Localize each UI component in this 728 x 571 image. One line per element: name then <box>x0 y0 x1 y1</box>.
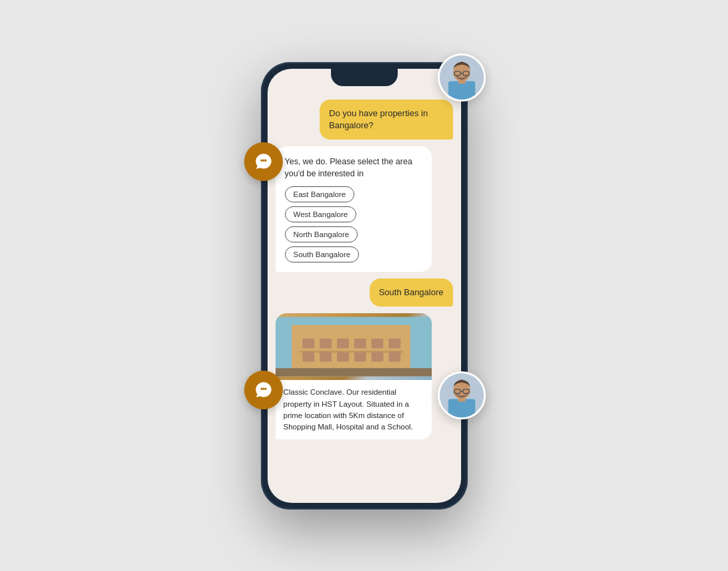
area-btn-south[interactable]: South Bangalore <box>285 246 360 262</box>
svg-rect-13 <box>388 339 400 349</box>
chat-content: Do you have properties in Bangalore? Yes… <box>268 89 461 503</box>
phone-screen: Do you have properties in Bangalore? Yes… <box>268 69 461 503</box>
bot-message-1-text: Yes, we do. Please select the area you'd… <box>285 156 422 180</box>
svg-rect-12 <box>371 339 383 349</box>
svg-rect-11 <box>354 339 366 349</box>
area-btn-north[interactable]: North Bangalore <box>285 226 358 242</box>
person-svg-bottom <box>440 373 484 417</box>
svg-rect-4 <box>337 352 349 362</box>
svg-rect-3 <box>320 352 332 362</box>
person-svg-top <box>440 55 484 100</box>
user-message-1-text: Do you have properties in Bangalore? <box>329 108 428 130</box>
property-description: Classic Conclave. Our residential proper… <box>276 380 432 439</box>
chat-icon-bottom <box>244 371 283 409</box>
chat-icon-top <box>244 142 283 181</box>
phone-shell: Do you have properties in Bangalore? Yes… <box>261 62 468 510</box>
svg-rect-29 <box>448 399 474 417</box>
svg-rect-15 <box>317 351 334 353</box>
svg-rect-20 <box>276 369 432 377</box>
user-message-2-text: South Bangalore <box>379 287 444 297</box>
property-image <box>276 313 432 380</box>
property-card: Classic Conclave. Our residential proper… <box>276 313 432 439</box>
user-bubble-1: Do you have properties in Bangalore? <box>320 100 453 140</box>
svg-rect-18 <box>368 351 386 353</box>
area-buttons-container: East Bangalore West Bangalore North Bang… <box>285 186 422 262</box>
avatar-bottom <box>438 371 486 419</box>
area-btn-west[interactable]: West Bangalore <box>285 206 357 222</box>
svg-rect-6 <box>371 352 383 362</box>
scene: Do you have properties in Bangalore? Yes… <box>224 12 504 560</box>
svg-rect-9 <box>320 339 332 349</box>
svg-rect-19 <box>386 351 403 353</box>
chat-dots-icon-top <box>254 152 273 171</box>
svg-rect-14 <box>300 351 317 353</box>
building-svg <box>276 313 432 380</box>
chat-dots-icon-bottom <box>254 381 273 399</box>
area-btn-east[interactable]: East Bangalore <box>285 186 355 202</box>
avatar-top <box>438 53 486 102</box>
user-bubble-2: South Bangalore <box>370 278 453 307</box>
svg-rect-17 <box>351 351 368 353</box>
bot-bubble-1: Yes, we do. Please select the area you'd… <box>276 146 432 272</box>
svg-rect-7 <box>388 352 400 362</box>
notch <box>331 69 398 86</box>
svg-rect-5 <box>354 352 366 362</box>
svg-rect-2 <box>302 352 314 362</box>
svg-rect-10 <box>337 339 349 349</box>
svg-rect-22 <box>448 81 474 100</box>
svg-rect-8 <box>302 339 314 349</box>
svg-rect-16 <box>334 351 351 353</box>
